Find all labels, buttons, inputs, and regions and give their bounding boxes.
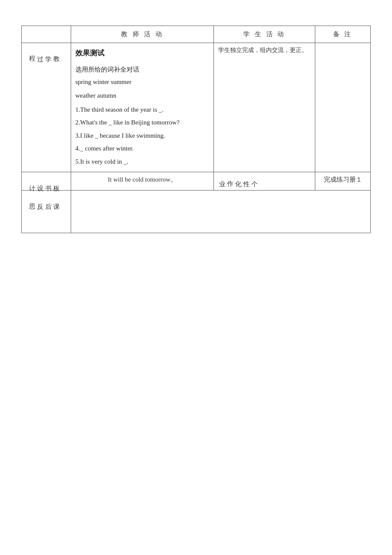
reflection-label-cell: 课后反思: [22, 191, 71, 233]
exercise-5: 5.It is very cold in _.: [75, 156, 209, 168]
teaching-label-cell: 教学过程: [22, 43, 71, 172]
reflection-content-cell: [71, 191, 370, 233]
exercise-1: 1.The third season of the year is _.: [75, 104, 209, 116]
exercise-2: 2.What's the _ like in Beijing tomorrow?: [75, 116, 209, 129]
board-sub-label: 个性化作业: [218, 176, 259, 177]
board-label-cell: 板书设计: [22, 172, 71, 191]
header-row: 教 师 活 动 学 生 活 动 备 注: [22, 26, 371, 43]
board-label: 板书设计: [26, 176, 63, 187]
page-container: 教 师 活 动 学 生 活 动 备 注 教学过程 效果测试 选用所给的词补全对话…: [21, 26, 371, 233]
board-text: It will be cold tomorrow。: [108, 176, 177, 183]
header-teacher: 教 师 活 动: [71, 26, 213, 43]
exercise-3: 3.I like _ because I like swimming.: [75, 130, 209, 142]
homework-text: 完成练习册１: [324, 176, 362, 183]
header-label-col: [22, 26, 71, 43]
teaching-label: 教学过程: [26, 46, 63, 58]
reflection-label: 课后反思: [26, 194, 63, 205]
header-note: 备 注: [315, 26, 371, 43]
exercise-4: 4._ comes after winter.: [75, 142, 209, 155]
board-sub-cell: 个性化作业: [214, 172, 315, 191]
words-line-1: spring winter summer: [75, 76, 209, 88]
teacher-content-cell: 效果测试 选用所给的词补全对话 spring winter summer wea…: [71, 43, 213, 172]
main-table: 教 师 活 动 学 生 活 动 备 注 教学过程 效果测试 选用所给的词补全对话…: [21, 26, 371, 233]
note-cell-teaching: [315, 43, 371, 172]
student-content-cell: 学生独立完成，组内交流，更正。: [214, 43, 315, 172]
board-text-cell: It will be cold tomorrow。: [71, 172, 213, 191]
teaching-row: 教学过程 效果测试 选用所给的词补全对话 spring winter summe…: [22, 43, 371, 172]
board-row: 板书设计 It will be cold tomorrow。 个性化作业 完成练…: [22, 172, 371, 191]
reflection-row: 课后反思: [22, 191, 371, 233]
board-homework-cell: 完成练习册１: [315, 172, 371, 191]
section-title: 效果测试: [75, 46, 209, 60]
student-activity-text: 学生独立完成，组内交流，更正。: [218, 47, 308, 53]
header-student: 学 生 活 动: [214, 26, 315, 43]
instruction: 选用所给的词补全对话: [75, 64, 209, 76]
words-line-2: weather autumn: [75, 90, 209, 102]
